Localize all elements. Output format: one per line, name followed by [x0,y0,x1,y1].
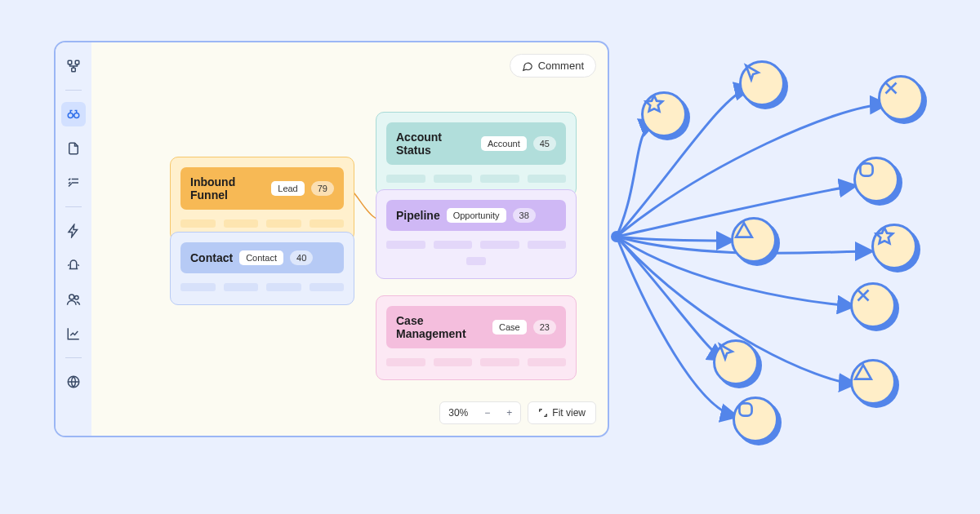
sidebar-item-chart[interactable] [61,321,86,346]
globe-icon [66,374,81,389]
svg-point-3 [68,113,73,118]
card-badge: Account [481,136,527,151]
svg-point-6 [75,296,79,300]
card-count: 45 [533,136,556,151]
fit-view-label: Fit view [552,407,586,419]
card-pipeline[interactable]: Pipeline Opportunity 38 [376,189,577,279]
binoculars-icon [66,107,81,122]
star-icon [644,94,665,115]
square-icon [735,399,756,420]
card-badge: Lead [271,181,304,196]
sidebar-item-binoculars[interactable] [61,102,86,126]
cursor-icon [715,342,737,363]
zoom-level: 30% [440,402,476,423]
card-title: Pipeline [396,209,440,222]
card-count: 79 [311,181,334,196]
zoom-group: 30% − + [439,401,521,424]
sidebar-item-document[interactable] [61,136,86,161]
svg-rect-0 [68,60,72,64]
sidebar-item-users[interactable] [61,287,86,312]
card-badge: Case [492,320,527,335]
checklist-icon [66,175,81,190]
bubble-cursor [739,60,785,106]
sidebar-separator [65,206,82,207]
bubble-x [850,282,896,328]
sidebar-item-globe[interactable] [61,370,86,394]
square-icon [856,159,877,180]
bubble-square [853,157,899,202]
card-badge: Contact [239,250,283,265]
cursor-icon [742,63,763,84]
chart-icon [66,326,81,341]
sidebar-item-alert[interactable] [61,253,86,277]
comment-button[interactable]: Comment [510,54,596,78]
comment-icon [522,60,533,72]
bubble-cursor [713,339,759,385]
svg-point-5 [69,295,74,299]
card-account-status[interactable]: Account Status Account 45 [376,112,577,197]
zoom-bar: 30% − + Fit view [439,401,596,424]
sidebar-separator [65,357,82,358]
card-title: Account Status [396,131,474,157]
burst-diagram [608,57,968,457]
alert-icon [66,258,81,273]
svg-rect-1 [75,60,79,64]
card-contact[interactable]: Contact Contact 40 [170,232,354,305]
bubble-x [878,75,924,121]
card-inbound-funnel[interactable]: Inbound Funnel Lead 79 [170,157,354,241]
triangle-icon [733,219,755,241]
users-icon [66,292,81,307]
svg-point-4 [74,113,79,118]
canvas[interactable]: Comment Inbound Funnel Lead 79 Contact [91,42,608,436]
x-icon [880,78,902,99]
svg-rect-10 [860,163,872,175]
star-icon [874,226,895,247]
fit-view-button[interactable]: Fit view [528,401,596,424]
hierarchy-icon [66,59,81,73]
card-case-management[interactable]: Case Management Case 23 [376,295,577,380]
zoom-out-button[interactable]: − [476,402,498,423]
card-count: 23 [533,320,556,335]
sidebar-separator [65,90,82,91]
svg-rect-2 [72,68,76,72]
bubble-triangle [731,217,777,263]
card-title: Contact [190,251,233,264]
bubble-triangle [850,359,896,405]
zoom-in-button[interactable]: + [498,402,520,423]
comment-label: Comment [538,60,584,72]
app-frame: Comment Inbound Funnel Lead 79 Contact [54,41,609,437]
triangle-icon [853,361,874,383]
sidebar-item-hierarchy[interactable] [61,54,86,78]
bubble-star [641,91,687,137]
fit-view-icon [538,408,548,418]
bolt-icon [66,224,81,238]
bubble-star [871,224,917,269]
x-icon [853,285,874,306]
card-count: 40 [290,250,313,265]
bubble-square [733,397,778,442]
card-title: Inbound Funnel [190,175,265,202]
svg-rect-11 [739,403,751,415]
document-icon [66,141,81,156]
card-title: Case Management [396,314,486,340]
card-count: 38 [513,208,536,223]
sidebar-item-checklist[interactable] [61,171,86,195]
sidebar-item-bolt[interactable] [61,219,86,243]
card-badge: Opportunity [447,208,506,223]
sidebar [56,42,91,436]
